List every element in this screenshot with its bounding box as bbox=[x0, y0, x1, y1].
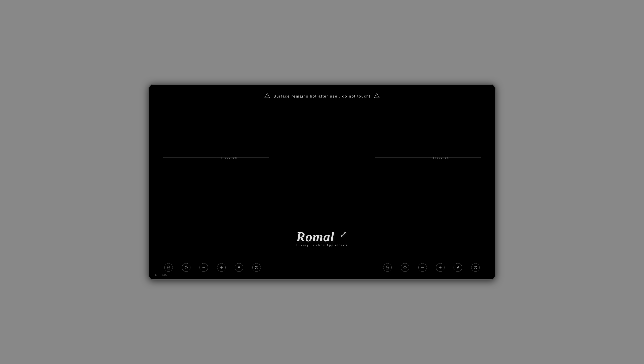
power-button-right[interactable] bbox=[471, 263, 480, 272]
plus-button-left[interactable] bbox=[217, 263, 226, 272]
lock-button-left[interactable] bbox=[164, 263, 173, 272]
brand-name-text: Romal bbox=[296, 229, 334, 244]
warning-icon-left bbox=[264, 93, 270, 100]
svg-point-17 bbox=[458, 267, 458, 268]
burner-left-cross: Induction bbox=[163, 132, 269, 183]
boost-button-right[interactable] bbox=[454, 263, 462, 272]
controls-row bbox=[149, 263, 495, 272]
lock-button-right[interactable] bbox=[383, 263, 392, 272]
burners-container: Induction Induction bbox=[149, 115, 495, 200]
svg-point-5 bbox=[377, 97, 377, 97]
burner-right-vline bbox=[428, 132, 428, 183]
warning-icon-right bbox=[374, 93, 380, 100]
brand-tagline: Luxury Kitchen Appliances bbox=[296, 244, 348, 247]
svg-rect-6 bbox=[167, 267, 170, 269]
control-group-left bbox=[164, 263, 261, 272]
model-number: RI · 23C bbox=[155, 273, 167, 276]
warning-banner: Surface remains hot after use , do not t… bbox=[264, 93, 380, 100]
burner-right-label: Induction bbox=[433, 156, 449, 159]
minus-button-left[interactable] bbox=[199, 263, 208, 272]
control-group-right bbox=[383, 263, 480, 272]
timer-button-left[interactable] bbox=[182, 263, 190, 272]
svg-rect-12 bbox=[386, 267, 389, 269]
svg-point-11 bbox=[239, 267, 239, 268]
svg-point-2 bbox=[267, 97, 267, 97]
burner-left-label: Induction bbox=[221, 156, 237, 159]
induction-cooktop: Surface remains hot after use , do not t… bbox=[148, 84, 496, 280]
timer-button-right[interactable] bbox=[401, 263, 409, 272]
plus-button-right[interactable] bbox=[436, 263, 445, 272]
power-button-left[interactable] bbox=[252, 263, 261, 272]
warning-text: Surface remains hot after use , do not t… bbox=[273, 94, 371, 98]
boost-button-left[interactable] bbox=[235, 263, 243, 272]
brand-name: Romal ⟋ bbox=[296, 229, 348, 245]
burner-left: Induction bbox=[163, 132, 269, 183]
burner-right: Induction bbox=[375, 132, 481, 183]
burner-left-vline bbox=[216, 132, 216, 183]
brand-logo: Romal ⟋ Luxury Kitchen Appliances bbox=[296, 229, 348, 247]
brand-swoosh: ⟋ bbox=[339, 229, 348, 239]
burner-right-cross: Induction bbox=[375, 132, 481, 183]
minus-button-right[interactable] bbox=[418, 263, 427, 272]
